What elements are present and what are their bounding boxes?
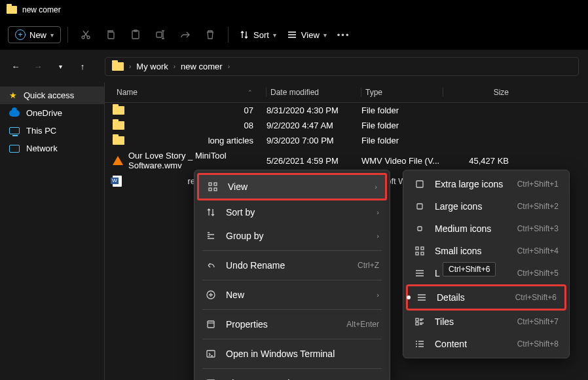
file-name: 07 <box>244 105 253 115</box>
chevron-down-icon: ▾ <box>323 31 327 39</box>
submenu-shortcut: Ctrl+Shift+2 <box>517 202 559 211</box>
ctx-label: New <box>226 290 367 300</box>
submenu-shortcut: Ctrl+Shift+1 <box>517 180 559 189</box>
separator <box>202 339 382 339</box>
table-row[interactable]: long articles9/3/2020 7:00 PMFile folder <box>105 133 588 148</box>
submenu-label: Details <box>437 292 506 303</box>
ctx-sortby[interactable]: Sort by › <box>197 200 387 224</box>
sort-indicator-icon: ⌃ <box>248 89 253 96</box>
svg-rect-8 <box>209 188 211 191</box>
submenu-item[interactable]: ContentCtrl+Shift+8 <box>406 333 566 355</box>
back-button[interactable]: ← <box>9 62 22 71</box>
svg-rect-5 <box>156 32 162 37</box>
col-type[interactable]: Type <box>361 88 443 97</box>
table-row[interactable]: 078/31/2020 4:30 PMFile folder <box>105 103 588 118</box>
paste-icon[interactable] <box>124 24 147 46</box>
ctx-undo[interactable]: Undo Rename Ctrl+Z <box>197 254 387 277</box>
svg-point-0 <box>82 36 84 39</box>
col-date[interactable]: Date modified <box>266 88 361 97</box>
col-size[interactable]: Size <box>443 88 509 97</box>
ctx-properties[interactable]: Properties Alt+Enter <box>197 313 387 336</box>
svg-rect-17 <box>416 247 418 250</box>
view-submenu: Extra large iconsCtrl+Shift+1Large icons… <box>403 170 570 358</box>
submenu-item[interactable]: TilesCtrl+Shift+7 <box>406 311 566 333</box>
cell-date: 9/3/2020 7:00 PM <box>266 136 361 145</box>
view-mode-icon <box>414 245 426 257</box>
vlc-icon <box>113 156 123 165</box>
submenu-item[interactable]: Medium iconsCtrl+Shift+3 <box>406 218 566 240</box>
more-icon <box>205 377 217 380</box>
view-mode-icon <box>414 316 426 328</box>
view-grid-icon <box>207 181 219 193</box>
cell-type: File folder <box>361 121 443 130</box>
folder-icon <box>113 136 124 145</box>
svg-rect-9 <box>214 188 217 191</box>
svg-rect-16 <box>418 227 422 231</box>
submenu-label: Medium icons <box>435 223 508 234</box>
submenu-item[interactable]: Extra large iconsCtrl+Shift+1 <box>406 173 566 195</box>
sidebar-item-network[interactable]: Network <box>0 140 104 157</box>
word-icon <box>113 176 122 187</box>
sidebar-item-label: Network <box>26 143 58 153</box>
ctx-terminal[interactable]: Open in Windows Terminal <box>197 342 387 366</box>
share-icon[interactable] <box>174 24 196 46</box>
breadcrumb[interactable]: new comer <box>181 62 223 71</box>
ctx-groupby[interactable]: Group by › <box>197 224 387 248</box>
folder-icon <box>112 62 124 71</box>
cell-date: 9/2/2020 4:47 AM <box>266 121 361 130</box>
sidebar-item-quickaccess[interactable]: ★ Quick access <box>0 86 104 104</box>
svg-rect-3 <box>132 31 139 39</box>
ctx-label: View <box>228 181 365 192</box>
ctx-shortcut: Alt+Enter <box>346 320 379 329</box>
submenu-item[interactable]: DetailsCtrl+Shift+6 <box>406 284 566 311</box>
ctx-view[interactable]: View › <box>197 173 387 200</box>
chevron-down-icon: ▾ <box>50 31 54 39</box>
cut-icon[interactable] <box>75 24 97 46</box>
submenu-label: Large icons <box>435 201 508 212</box>
view-button[interactable]: View ▾ <box>283 27 331 43</box>
view-label: View <box>301 30 320 40</box>
rename-icon[interactable] <box>149 24 172 46</box>
sort-label: Sort <box>253 30 269 40</box>
col-name[interactable]: Name⌃ <box>113 88 266 97</box>
undo-icon <box>205 259 217 271</box>
view-mode-icon <box>414 338 426 350</box>
breadcrumb[interactable]: My work <box>136 62 168 71</box>
chevron-right-icon: › <box>377 291 379 299</box>
svg-rect-15 <box>417 204 422 209</box>
ctx-new[interactable]: New › <box>197 283 387 307</box>
address-bar[interactable]: › My work › new comer › <box>105 57 579 76</box>
submenu-item[interactable]: Small iconsCtrl+Shift+4 <box>406 240 566 262</box>
submenu-shortcut: Ctrl+Shift+5 <box>517 269 559 278</box>
submenu-label: Small icons <box>435 246 508 256</box>
sidebar-item-thispc[interactable]: This PC <box>0 122 104 140</box>
sort-button[interactable]: Sort ▾ <box>235 27 280 43</box>
view-mode-icon <box>414 223 426 235</box>
selected-dot-icon <box>407 295 411 299</box>
forward-button[interactable]: → <box>31 62 45 71</box>
cell-size: 45,427 KB <box>443 156 509 166</box>
submenu-shortcut: Ctrl+Shift+8 <box>517 339 559 349</box>
up-button[interactable]: ↑ <box>76 62 89 71</box>
cell-name: 07 <box>113 105 266 115</box>
tooltip: Ctrl+Shift+6 <box>443 262 496 276</box>
svg-rect-21 <box>416 318 418 321</box>
group-icon <box>205 230 217 242</box>
terminal-icon <box>205 348 217 360</box>
copy-icon[interactable] <box>100 24 122 46</box>
ctx-shortcut: Ctrl+Z <box>358 261 379 270</box>
submenu-item[interactable]: Large iconsCtrl+Shift+2 <box>406 195 566 218</box>
ctx-label: Properties <box>226 319 337 330</box>
new-button[interactable]: + New ▾ <box>8 26 61 43</box>
submenu-shortcut: Ctrl+Shift+7 <box>517 317 559 326</box>
delete-icon[interactable] <box>199 24 221 46</box>
ctx-more[interactable]: Show more options Shift+F10 <box>197 371 387 380</box>
separator <box>202 309 382 310</box>
chevron-down-icon[interactable]: ▾ <box>54 63 67 70</box>
view-mode-icon <box>414 267 426 279</box>
table-row[interactable]: 089/2/2020 4:47 AMFile folder <box>105 118 588 133</box>
sidebar-item-label: OneDrive <box>26 108 62 118</box>
more-button[interactable]: ••• <box>333 28 354 43</box>
submenu-shortcut: Ctrl+Shift+4 <box>517 246 559 256</box>
sidebar-item-onedrive[interactable]: OneDrive <box>0 104 104 122</box>
